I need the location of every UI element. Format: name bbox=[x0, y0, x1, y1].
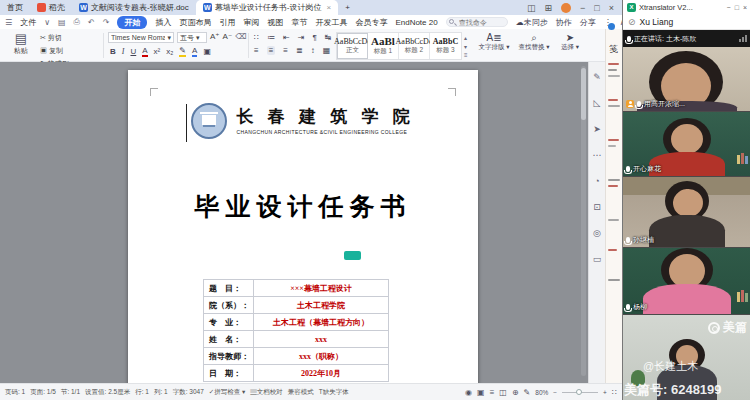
more-styles-icon[interactable]: ≡ bbox=[464, 52, 468, 58]
subscript-button[interactable]: x₂ bbox=[166, 47, 173, 56]
screenshot-icon[interactable]: ⊡ bbox=[593, 202, 601, 212]
align-right-button[interactable]: ≡ bbox=[283, 46, 288, 55]
bullets-button[interactable]: ∷ bbox=[254, 33, 259, 42]
account-avatar[interactable] bbox=[561, 3, 571, 13]
underline-button[interactable]: U bbox=[130, 47, 136, 56]
fullscreen-icon[interactable]: ⊕ bbox=[512, 388, 519, 397]
participant-video-1[interactable]: 用高开浓缩... bbox=[623, 47, 750, 112]
increase-indent-button[interactable]: ⇥ bbox=[298, 33, 305, 42]
xtranslator-titlebar[interactable]: X Xtranslator V2... − □ × bbox=[623, 0, 750, 14]
eye-off-icon[interactable]: ⊘ bbox=[628, 17, 636, 27]
outline-view-icon[interactable]: ≡ bbox=[490, 388, 495, 397]
paste-button[interactable]: ▤ 粘贴 bbox=[6, 31, 36, 56]
borders-button[interactable]: ▦ bbox=[323, 46, 331, 55]
field-value[interactable]: 土木工程（幕墙工程方向） bbox=[254, 314, 389, 331]
menu-home[interactable]: 开始 bbox=[117, 16, 147, 29]
participant-video-4[interactable]: 杨柳 bbox=[623, 248, 750, 315]
scroll-down-icon[interactable]: ▾ bbox=[464, 43, 468, 50]
minimize-button[interactable]: − bbox=[727, 4, 731, 11]
style-gallery-scroll[interactable]: ▴▾≡ bbox=[464, 34, 468, 58]
field-value[interactable]: xxx（职称） bbox=[254, 348, 389, 365]
location-icon[interactable]: ◎ bbox=[593, 228, 601, 238]
select-button[interactable]: ➤ 选择 ▾ bbox=[552, 32, 588, 52]
tab-docer[interactable]: 稻壳 bbox=[30, 0, 72, 15]
menu-endnote[interactable]: EndNote 20 bbox=[395, 18, 437, 27]
pen-tool-icon[interactable]: ✎ bbox=[593, 72, 601, 82]
style-heading3[interactable]: AaBbC 标题 3 bbox=[430, 33, 461, 59]
participant-video-5[interactable]: 美篇 @长建土木 美篇号: 6248199 bbox=[623, 315, 750, 400]
layout-switch-icon[interactable]: ◫ bbox=[527, 3, 536, 13]
menu-view[interactable]: 视图 bbox=[267, 17, 283, 28]
close-button[interactable]: × bbox=[743, 4, 747, 11]
scrollbar-thumb[interactable] bbox=[581, 68, 586, 120]
menu-page-layout[interactable]: 页面布局 bbox=[179, 17, 211, 28]
field-value[interactable]: 2022年10月 bbox=[254, 365, 389, 382]
chevron-down-icon[interactable]: ∨ bbox=[44, 18, 50, 27]
zoom-out-button[interactable]: − bbox=[553, 389, 557, 396]
redo-icon[interactable]: ↷ bbox=[103, 18, 110, 27]
restore-button[interactable]: □ bbox=[735, 4, 739, 11]
participant-video-3[interactable]: 孙继楠 bbox=[623, 177, 750, 248]
tab-document-2-active[interactable]: W幕墙毕业设计任务书-设计岗位× bbox=[196, 0, 338, 15]
status-word-count[interactable]: 字数: 3047 bbox=[173, 388, 204, 397]
align-center-button[interactable]: ≡ bbox=[267, 46, 276, 55]
edit-mode-icon[interactable]: ✎ bbox=[524, 388, 531, 397]
text-direction-button[interactable]: ↹ bbox=[325, 33, 332, 42]
missing-font-button[interactable]: T缺失字体 bbox=[319, 388, 349, 397]
media-icon[interactable]: ▭ bbox=[593, 254, 602, 264]
restore-button[interactable]: □ bbox=[594, 3, 599, 13]
style-normal[interactable]: AaBbCcDc 正文 bbox=[337, 33, 368, 59]
comment-marker[interactable] bbox=[344, 251, 361, 260]
bold-button[interactable]: B bbox=[110, 47, 116, 56]
copy-button[interactable]: ▣ 复制 bbox=[40, 46, 69, 56]
sync-status[interactable]: ☁未同步 bbox=[516, 17, 548, 28]
fit-page-icon[interactable]: ∷ bbox=[612, 388, 617, 397]
share-button[interactable]: 分享 bbox=[580, 17, 596, 28]
tab-home[interactable]: 首页 bbox=[0, 0, 30, 15]
shrink-font-button[interactable]: A⁻ bbox=[223, 32, 233, 43]
zoom-level[interactable]: 80% bbox=[535, 389, 548, 396]
font-size-select[interactable]: 五号▾ bbox=[177, 32, 207, 43]
select-tool-icon[interactable]: ➤ bbox=[593, 124, 601, 134]
numbering-button[interactable]: ≔ bbox=[267, 33, 275, 42]
menu-membership[interactable]: 会员专享 bbox=[355, 17, 387, 28]
font-name-select[interactable]: Times New Roma▾ bbox=[108, 32, 174, 43]
page-view-icon[interactable]: ▣ bbox=[477, 388, 485, 397]
more-tools-icon[interactable]: ⋯ bbox=[593, 150, 602, 160]
field-value[interactable]: xxx bbox=[254, 331, 389, 348]
zoom-slider-knob[interactable] bbox=[576, 389, 582, 395]
spell-check-toggle[interactable]: ✓拼写检查 ▾ bbox=[209, 388, 246, 397]
print-icon[interactable]: ⎙ bbox=[74, 17, 80, 27]
proofread-button[interactable]: ▤文档校对 bbox=[250, 388, 283, 397]
hamburger-icon[interactable]: ☰ bbox=[5, 18, 12, 27]
field-value[interactable]: ×××幕墙工程设计 bbox=[254, 280, 389, 297]
participant-video-2[interactable]: 开心麻花 bbox=[623, 112, 750, 177]
eye-protect-icon[interactable]: ◉ bbox=[465, 388, 472, 397]
document-page[interactable]: 长 春 建 筑 学 院 CHANGCHUN ARCHITECTURE &CIVI… bbox=[128, 70, 478, 383]
menu-review[interactable]: 审阅 bbox=[243, 17, 259, 28]
clear-format-button[interactable]: ⌫ bbox=[235, 32, 246, 43]
text-typeset-button[interactable]: A≣ 文字排版 ▾ bbox=[476, 32, 512, 52]
font-color-button[interactable]: A bbox=[142, 46, 147, 57]
undo-icon[interactable]: ↶ bbox=[88, 18, 95, 27]
menu-insert[interactable]: 插入 bbox=[155, 17, 171, 28]
menu-developer[interactable]: 开发工具 bbox=[315, 17, 347, 28]
find-replace-button[interactable]: ⌕ 查找替换 ▾ bbox=[516, 32, 552, 52]
grid-apps-icon[interactable]: ⊞ bbox=[544, 3, 552, 13]
line-spacing-button[interactable]: ↕ bbox=[311, 46, 315, 55]
field-value[interactable]: 土木工程学院 bbox=[254, 297, 389, 314]
zoom-in-button[interactable]: + bbox=[603, 389, 607, 396]
tab-document-1[interactable]: W文献阅读专题表-张晓妍.doc bbox=[72, 0, 196, 15]
shading-button[interactable]: A bbox=[192, 46, 197, 57]
zoom-slider[interactable] bbox=[562, 392, 598, 393]
web-view-icon[interactable]: ◫ bbox=[499, 388, 507, 397]
highlight-button[interactable]: ✎ bbox=[179, 46, 186, 57]
scroll-up-icon[interactable]: ▴ bbox=[464, 34, 468, 41]
menu-section[interactable]: 章节 bbox=[291, 17, 307, 28]
decrease-indent-button[interactable]: ⇤ bbox=[283, 33, 290, 42]
collaborate-button[interactable]: 协作 bbox=[556, 17, 572, 28]
style-heading2[interactable]: AaBbCcDc 标题 2 bbox=[399, 33, 430, 59]
history-icon[interactable]: ◔ bbox=[594, 176, 599, 186]
align-left-button[interactable]: ≡ bbox=[254, 46, 259, 55]
close-tab-icon[interactable]: × bbox=[326, 3, 331, 12]
